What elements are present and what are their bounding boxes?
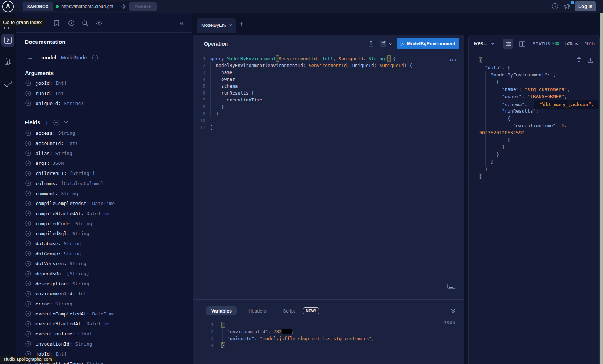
explorer-nav-button[interactable]	[1, 34, 14, 47]
add-to-query-icon[interactable]	[25, 171, 31, 176]
schema-field-row[interactable]: dbtGroup: String	[16, 248, 192, 259]
code-line[interactable]: query ModelByEnvironment($environmentId:…	[210, 55, 460, 62]
operation-menu-icon[interactable]: •••	[449, 57, 457, 63]
publish-button[interactable]: Publish	[129, 2, 157, 11]
field-type-link[interactable]: DateTime	[92, 311, 115, 317]
collapse-panel-icon[interactable]: «	[180, 19, 184, 26]
field-name[interactable]: args	[35, 160, 47, 166]
field-type-link[interactable]: String	[70, 261, 87, 266]
field-type-link[interactable]: DateTime	[87, 211, 109, 216]
schema-field-row[interactable]: runId: Int	[16, 88, 192, 99]
new-tab-button[interactable]: +	[239, 20, 244, 28]
code-line[interactable]: name	[210, 69, 460, 76]
field-type-link[interactable]: String	[55, 301, 72, 306]
field-name[interactable]: compiledSql	[35, 231, 67, 236]
field-name[interactable]: jobId	[35, 80, 50, 86]
schema-field-row[interactable]: error: String	[16, 299, 192, 309]
field-name[interactable]: executionTime	[35, 331, 72, 336]
field-type-link[interactable]: [String!]	[70, 171, 95, 176]
schema-field-row[interactable]: compiledCode: String	[16, 218, 192, 229]
add-to-query-icon[interactable]	[25, 100, 31, 106]
code-line[interactable]: }	[479, 173, 598, 180]
operation-code[interactable]: query ModelByEnvironment($environmentId:…	[210, 55, 460, 131]
schema-field-row[interactable]: environmentId: Int!	[16, 289, 192, 299]
field-type-link[interactable]: String	[72, 231, 89, 236]
add-to-query-icon[interactable]	[25, 191, 31, 196]
code-line[interactable]: }	[222, 342, 460, 349]
add-to-query-icon[interactable]	[25, 301, 31, 307]
field-type-link[interactable]: String!	[64, 101, 84, 106]
variables-code[interactable]: { "environmentId": 782, "uniqueId": "mod…	[222, 321, 460, 349]
schema-field-row[interactable]: dependsOn: [String]	[16, 269, 192, 279]
apollo-logo[interactable]: A	[2, 1, 14, 12]
field-name[interactable]: description	[35, 281, 67, 286]
field-type-link[interactable]: [String]	[67, 271, 89, 276]
checks-nav-button[interactable]	[1, 78, 14, 91]
field-type-link[interactable]: String	[75, 221, 92, 226]
schema-field-row[interactable]: database: String	[16, 239, 192, 249]
history-clock-icon[interactable]	[68, 20, 75, 26]
tab-modelbyenvironment[interactable]: ModelByEnvi... ×	[197, 18, 236, 33]
code-line[interactable]: owner	[210, 76, 460, 83]
graph-index-icon[interactable]	[4, 27, 9, 29]
add-to-query-icon[interactable]	[25, 261, 31, 267]
field-name[interactable]: childrenL1	[35, 171, 64, 176]
field-type-link[interactable]: Int!	[55, 80, 67, 86]
run-operation-button[interactable]: ▷ ModelByEnvironment	[397, 38, 459, 49]
add-to-query-icon[interactable]	[25, 150, 31, 156]
schema-field-row[interactable]: compileStartedAt: DateTime	[16, 209, 192, 219]
add-to-query-icon[interactable]	[25, 271, 31, 277]
code-line[interactable]: }	[479, 166, 598, 173]
add-to-query-icon[interactable]	[25, 130, 31, 136]
variables-editor[interactable]: JSON 1234 { "environmentId": 782, "uniqu…	[193, 318, 464, 364]
endpoint-settings-gear-icon[interactable]	[121, 4, 127, 9]
field-name[interactable]: error	[35, 301, 50, 306]
add-to-query-icon[interactable]	[25, 240, 31, 246]
schema-field-row[interactable]: description: String	[16, 279, 192, 289]
add-to-query-icon[interactable]	[25, 291, 31, 297]
code-line[interactable]: modelByEnvironment(environmentId: $envir…	[210, 62, 460, 69]
code-line[interactable]: "modelByEnvironment": [	[479, 71, 598, 79]
tab-script[interactable]: Script	[278, 306, 300, 315]
field-type-link[interactable]: Float	[78, 331, 92, 336]
code-line[interactable]: }	[210, 103, 460, 110]
field-type-link[interactable]: String	[61, 191, 78, 196]
save-options-chevron-icon[interactable]	[389, 43, 392, 45]
schema-diff-nav-button[interactable]	[1, 55, 14, 68]
add-to-query-icon[interactable]	[25, 321, 31, 327]
add-to-query-icon[interactable]	[25, 210, 31, 216]
code-line[interactable]: runResults {	[210, 89, 460, 96]
schema-field-row[interactable]: jobId: Int!	[16, 78, 192, 88]
tab-variables[interactable]: Variables	[206, 306, 237, 315]
schema-field-row[interactable]: access: String	[16, 128, 192, 138]
schema-field-row[interactable]: uniqueId: String!	[16, 98, 192, 108]
back-arrow-icon[interactable]: ←	[27, 54, 33, 60]
field-type-link[interactable]: String	[58, 130, 75, 136]
saved-operations-bookmark-icon[interactable]	[54, 20, 59, 26]
field-type-link[interactable]: String	[75, 341, 92, 347]
field-type-link[interactable]: DateTime	[92, 201, 115, 206]
field-type-link[interactable]: Int!	[67, 141, 78, 146]
fields-options-chevron-icon[interactable]	[64, 121, 68, 124]
share-icon[interactable]	[368, 41, 374, 47]
code-line[interactable]	[210, 117, 460, 124]
schema-field-row[interactable]: compiledSql: String	[16, 229, 192, 239]
schema-field-row[interactable]: args: JSON	[16, 158, 192, 168]
add-to-query-icon[interactable]	[25, 201, 31, 206]
operation-editor[interactable]: 1234567891011 query ModelByEnvironment($…	[193, 53, 464, 299]
add-to-query-icon[interactable]	[25, 221, 31, 226]
field-name[interactable]: dbtGroup	[35, 251, 58, 256]
field-name[interactable]: executeCompletedAt	[35, 311, 87, 317]
schema-field-row[interactable]: executionTime: Float	[16, 329, 192, 339]
tab-close-icon[interactable]: ×	[229, 22, 232, 28]
tree-view-toggle[interactable]	[503, 39, 513, 49]
table-view-toggle[interactable]	[517, 39, 527, 49]
field-type-link[interactable]: ModelNode	[61, 55, 87, 60]
code-line[interactable]: "data": {	[479, 64, 598, 71]
schema-field-row[interactable]: accountId: Int!	[16, 138, 192, 148]
search-icon[interactable]	[82, 20, 88, 26]
code-line[interactable]: ]	[479, 158, 598, 166]
field-name[interactable]: executeStartedAt	[35, 321, 81, 326]
add-to-query-icon[interactable]	[25, 160, 31, 166]
code-line[interactable]: }	[210, 110, 460, 117]
